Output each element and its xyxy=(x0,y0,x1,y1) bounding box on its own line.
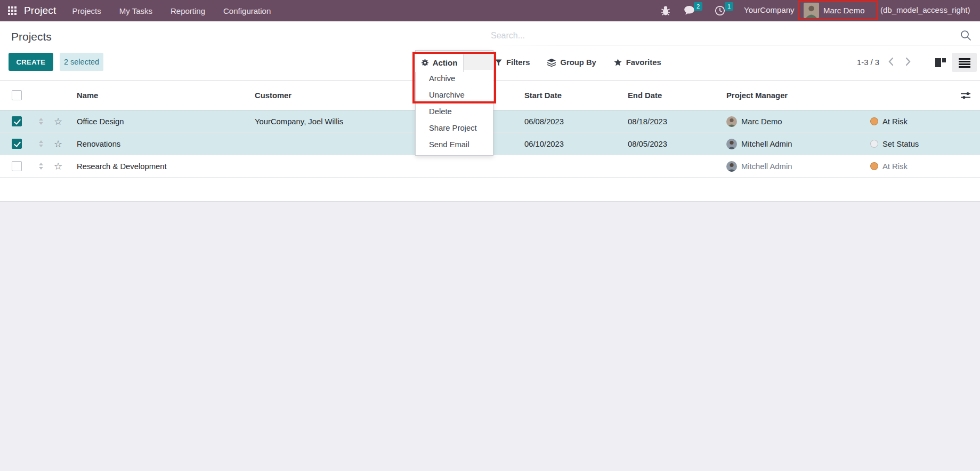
activity-count-badge[interactable]: 1 xyxy=(725,2,733,11)
favorite-star-icon[interactable]: ☆ xyxy=(49,162,67,171)
app-brand[interactable]: Project xyxy=(24,5,56,17)
company-switcher[interactable]: YourCompany xyxy=(744,5,795,14)
pager: 1-3 / 3 xyxy=(857,53,914,72)
kanban-view-icon xyxy=(935,58,946,68)
table-row[interactable]: ☆ Research & Development Mitchell Admin … xyxy=(0,155,980,178)
user-avatar[interactable] xyxy=(804,3,819,18)
list-view-icon xyxy=(958,58,971,68)
favorite-star-icon[interactable]: ☆ xyxy=(49,139,67,149)
status-label[interactable]: At Risk xyxy=(882,117,908,126)
menu-my-tasks[interactable]: My Tasks xyxy=(119,6,152,15)
selected-count-badge: 2 selected xyxy=(60,53,103,71)
project-start-date: 06/10/2023 xyxy=(514,140,618,148)
row-checkbox[interactable] xyxy=(12,161,22,171)
db-name-label: (db_model_access_right) xyxy=(880,5,970,14)
menu-item-unarchive[interactable]: Unarchive xyxy=(416,86,493,103)
manager-name: Mitchell Admin xyxy=(741,140,792,148)
project-start-date: 06/08/2023 xyxy=(514,117,618,126)
search-options-bar: Filters Group By Favorites xyxy=(495,53,661,72)
drag-handle-icon[interactable] xyxy=(33,140,49,147)
manager-name: Marc Demo xyxy=(741,117,782,126)
manager-avatar xyxy=(726,116,737,127)
groupby-button[interactable]: Group By xyxy=(547,58,596,67)
menu-item-archive[interactable]: Archive xyxy=(416,70,493,86)
project-end-date: 08/05/2023 xyxy=(618,140,717,148)
create-button[interactable]: CREATE xyxy=(9,53,53,71)
gear-icon xyxy=(421,59,429,67)
user-menu-highlight-box: Marc Demo xyxy=(798,1,878,20)
action-menu-label: Action xyxy=(433,58,458,67)
favorites-label: Favorites xyxy=(626,58,661,67)
pager-previous-button[interactable] xyxy=(885,57,897,68)
menu-item-send-email[interactable]: Send Email xyxy=(416,136,493,153)
search-icon[interactable] xyxy=(960,29,971,43)
page-title: Projects xyxy=(11,30,52,43)
chat-count-badge[interactable]: 2 xyxy=(694,2,702,11)
drag-handle-icon[interactable] xyxy=(33,163,49,170)
favorite-star-icon[interactable]: ☆ xyxy=(49,117,67,126)
manager-name: Mitchell Admin xyxy=(741,162,792,171)
column-header-name[interactable]: Name xyxy=(67,91,250,100)
project-name[interactable]: Office Design xyxy=(67,117,250,126)
search-input[interactable]: Search... xyxy=(491,31,525,41)
status-dot[interactable] xyxy=(870,117,878,125)
column-header-end-date[interactable]: End Date xyxy=(618,91,717,100)
page-background xyxy=(0,202,980,471)
favorites-button[interactable]: Favorites xyxy=(614,58,661,67)
menu-reporting[interactable]: Reporting xyxy=(171,6,205,15)
menu-projects[interactable]: Projects xyxy=(72,6,101,15)
user-menu[interactable]: Marc Demo xyxy=(823,6,865,15)
groupby-label: Group By xyxy=(560,58,596,67)
kanban-view-button[interactable] xyxy=(930,53,951,72)
optional-columns-button[interactable] xyxy=(951,91,980,100)
project-name[interactable]: Research & Development xyxy=(67,162,250,171)
column-sliders-icon xyxy=(960,91,971,100)
list-view-button[interactable] xyxy=(952,53,977,72)
menu-item-share-project[interactable]: Share Project xyxy=(416,119,493,136)
column-header-start-date[interactable]: Start Date xyxy=(514,91,618,100)
chevron-left-icon xyxy=(888,57,894,66)
status-label[interactable]: At Risk xyxy=(882,162,908,171)
chat-icon[interactable] xyxy=(684,5,695,18)
star-icon xyxy=(614,59,622,66)
action-menu-button[interactable]: Action xyxy=(415,53,464,72)
drag-handle-icon[interactable] xyxy=(33,118,49,125)
status-dot[interactable] xyxy=(870,162,878,170)
activity-clock-icon[interactable] xyxy=(715,5,725,18)
pager-range: 1-3 / 3 xyxy=(857,58,879,67)
layers-icon xyxy=(547,59,556,67)
project-name[interactable]: Renovations xyxy=(67,140,250,148)
manager-avatar xyxy=(726,161,737,172)
column-header-project-manager[interactable]: Project Manager xyxy=(717,91,861,100)
chevron-right-icon xyxy=(905,57,911,66)
search-underline xyxy=(490,45,980,45)
manager-avatar xyxy=(726,139,737,149)
row-checkbox[interactable] xyxy=(12,139,22,149)
filters-button[interactable]: Filters xyxy=(495,58,530,67)
project-end-date: 08/18/2023 xyxy=(618,117,717,126)
status-label[interactable]: Set Status xyxy=(882,140,919,148)
row-checkbox[interactable] xyxy=(12,116,22,126)
main-menu: Projects My Tasks Reporting Configuratio… xyxy=(72,6,271,15)
empty-table-area xyxy=(0,178,980,202)
menu-item-delete[interactable]: Delete xyxy=(416,103,493,119)
bug-icon[interactable] xyxy=(661,5,670,18)
apps-grid-icon[interactable] xyxy=(8,6,17,15)
filter-funnel-icon xyxy=(495,59,502,66)
select-all-checkbox[interactable] xyxy=(12,90,22,100)
status-dot[interactable] xyxy=(870,140,878,148)
pager-next-button[interactable] xyxy=(902,57,914,68)
menu-configuration[interactable]: Configuration xyxy=(223,6,271,15)
filters-label: Filters xyxy=(506,58,530,67)
top-navbar: Project Projects My Tasks Reporting Conf… xyxy=(0,0,980,21)
